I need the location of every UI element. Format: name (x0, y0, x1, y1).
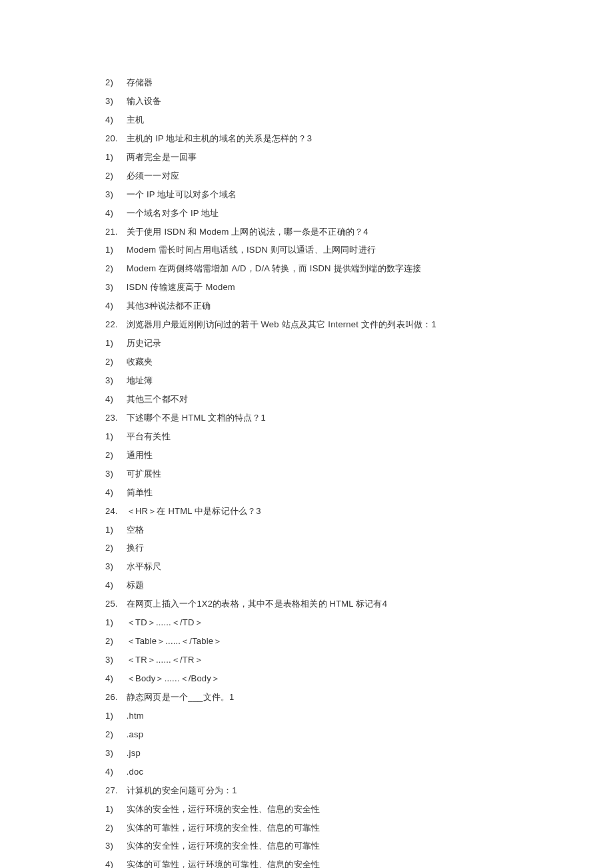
line-marker: 26. (105, 688, 124, 707)
line-marker: 4) (105, 204, 124, 223)
document-line: 4) 一个域名对多个 IP 地址 (105, 204, 613, 223)
document-line: 25. 在网页上插入一个1X2的表格，其中不是表格相关的 HTML 标记有4 (105, 595, 613, 613)
line-marker: 4) (105, 297, 124, 315)
line-marker: 2) (105, 167, 124, 185)
line-marker: 4) (105, 390, 124, 409)
line-text: 两者完全是一回事 (127, 152, 197, 162)
line-text: ＜HR＞在 HTML 中是标记什么？3 (127, 506, 261, 516)
line-text: ＜TR＞......＜/TR＞ (127, 655, 203, 665)
document-line: 3) 输入设备 (105, 92, 613, 111)
document-line: 2) 通用性 (105, 446, 613, 465)
line-text: .asp (127, 729, 143, 739)
line-text: 地址簿 (127, 375, 153, 385)
line-text: 必须一一对应 (127, 171, 179, 181)
line-marker: 27. (105, 781, 124, 800)
line-marker: 3) (105, 651, 124, 669)
line-marker: 1) (105, 521, 124, 539)
line-marker: 3) (105, 278, 124, 297)
line-marker: 21. (105, 223, 124, 241)
document-line: 27. 计算机的安全问题可分为：1 (105, 781, 613, 800)
document-line: 2) Modem 在两侧终端需增加 A/D，D/A 转换，而 ISDN 提供端到… (105, 259, 613, 278)
line-text: 换行 (127, 543, 144, 553)
line-text: 实体的可靠性，运行环境的安全性、信息的可靠性 (127, 823, 320, 833)
document-line: 1) 两者完全是一回事 (105, 148, 613, 167)
line-text: 一个 IP 地址可以对多个域名 (127, 189, 237, 199)
line-marker: 4) (105, 111, 124, 129)
document-line: 2) ＜Table＞......＜/Table＞ (105, 632, 613, 651)
line-text: 空格 (127, 525, 144, 535)
document-line: 4) .doc (105, 763, 613, 781)
line-marker: 24. (105, 502, 124, 521)
line-text: 主机 (127, 115, 144, 125)
line-text: 平台有关性 (127, 431, 171, 441)
document-line: 4) 主机 (105, 111, 613, 129)
line-marker: 1) (105, 707, 124, 725)
document-line: 3) 水平标尺 (105, 557, 613, 576)
document-line: 2) 收藏夹 (105, 353, 613, 371)
line-text: Modem 需长时间占用电话线，ISDN 则可以通话、上网同时进行 (127, 245, 376, 255)
document-line: 3) .jsp (105, 744, 613, 763)
line-text: .jsp (127, 748, 141, 758)
line-text: 其他三个都不对 (127, 394, 188, 404)
document-line: 22. 浏览器用户最近刚刚访问过的若干 Web 站点及其它 Internet 文… (105, 315, 613, 334)
line-marker: 3) (105, 185, 124, 204)
document-line: 4) 简单性 (105, 483, 613, 502)
line-text: 其他3种说法都不正确 (127, 301, 211, 311)
document-line: 3) ISDN 传输速度高于 Modem (105, 278, 613, 297)
line-text: 标题 (127, 580, 144, 590)
line-text: 存储器 (127, 77, 153, 87)
line-marker: 1) (105, 148, 124, 167)
line-text: 一个域名对多个 IP 地址 (127, 208, 219, 218)
document-line: 3) 可扩展性 (105, 465, 613, 483)
line-text: 实体的安全性，运行环境的安全性、信息的可靠性 (127, 841, 320, 851)
document-line: 4) 实体的可靠性，运行环境的可靠性、信息的安全性 (105, 855, 613, 868)
document-line: 2) 必须一一对应 (105, 167, 613, 185)
line-text: ＜Body＞......＜/Body＞ (127, 673, 220, 683)
line-marker: 2) (105, 353, 124, 371)
document-line: 2) .asp (105, 725, 613, 744)
line-marker: 2) (105, 539, 124, 557)
line-marker: 4) (105, 763, 124, 781)
line-text: 收藏夹 (127, 357, 153, 367)
line-text: 通用性 (127, 450, 153, 460)
line-text: .doc (127, 767, 143, 777)
line-marker: 1) (105, 427, 124, 446)
line-text: 历史记录 (127, 338, 162, 348)
line-text: ＜TD＞......＜/TD＞ (127, 617, 203, 627)
line-text: 计算机的安全问题可分为：1 (127, 785, 237, 795)
line-marker: 1) (105, 800, 124, 819)
document-line: 2) 实体的可靠性，运行环境的安全性、信息的可靠性 (105, 819, 613, 837)
document-line: 3) 实体的安全性，运行环境的安全性、信息的可靠性 (105, 837, 613, 855)
document-line: 4) 其他3种说法都不正确 (105, 297, 613, 315)
document-line: 1) 空格 (105, 521, 613, 539)
line-text: Modem 在两侧终端需增加 A/D，D/A 转换，而 ISDN 提供端到端的数… (127, 263, 422, 273)
document-line: 1) .htm (105, 707, 613, 725)
document-line: 26. 静态网页是一个___文件。1 (105, 688, 613, 707)
document-line: 1) 平台有关性 (105, 427, 613, 446)
document-line: 2) 换行 (105, 539, 613, 557)
line-marker: 1) (105, 334, 124, 353)
line-text: 关于使用 ISDN 和 Modem 上网的说法，哪一条是不正确的？4 (127, 227, 368, 237)
line-text: 实体的安全性，运行环境的安全性、信息的安全性 (127, 804, 320, 814)
document-line: 20. 主机的 IP 地址和主机的域名的关系是怎样的？3 (105, 129, 613, 148)
document-line: 24. ＜HR＞在 HTML 中是标记什么？3 (105, 502, 613, 521)
line-marker: 1) (105, 613, 124, 632)
line-marker: 3) (105, 744, 124, 763)
document-line: 3) ＜TR＞......＜/TR＞ (105, 651, 613, 669)
document-body: 2) 存储器3) 输入设备4) 主机20. 主机的 IP 地址和主机的域名的关系… (105, 73, 613, 868)
document-line: 3) 一个 IP 地址可以对多个域名 (105, 185, 613, 204)
line-marker: 2) (105, 446, 124, 465)
line-marker: 3) (105, 465, 124, 483)
document-line: 23. 下述哪个不是 HTML 文档的特点？1 (105, 409, 613, 427)
line-marker: 2) (105, 819, 124, 837)
document-line: 1) 实体的安全性，运行环境的安全性、信息的安全性 (105, 800, 613, 819)
line-marker: 2) (105, 632, 124, 651)
line-marker: 4) (105, 855, 124, 868)
line-marker: 23. (105, 409, 124, 427)
line-marker: 4) (105, 576, 124, 595)
line-marker: 2) (105, 259, 124, 278)
line-text: 浏览器用户最近刚刚访问过的若干 Web 站点及其它 Internet 文件的列表… (127, 319, 436, 329)
document-line: 4) 标题 (105, 576, 613, 595)
line-marker: 3) (105, 837, 124, 855)
line-text: 输入设备 (127, 96, 162, 106)
